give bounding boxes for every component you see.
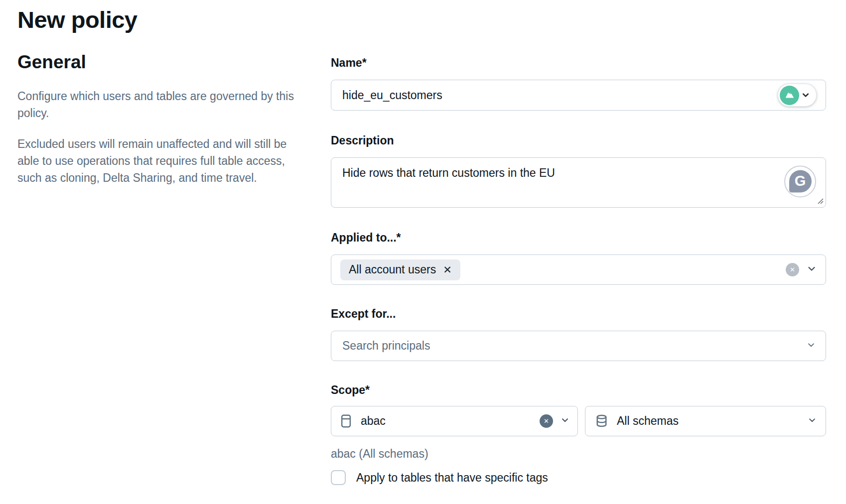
applied-to-field: Applied to...* All account users ✕ ✕ bbox=[331, 231, 826, 285]
chevron-down-icon[interactable] bbox=[808, 416, 817, 427]
chip-remove-icon[interactable]: ✕ bbox=[443, 264, 452, 275]
tags-checkbox[interactable] bbox=[331, 470, 346, 485]
section-paragraph-2: Excluded users will remain unaffected an… bbox=[17, 135, 310, 186]
description-input-wrap: Hide rows that return customers in the E… bbox=[331, 157, 826, 208]
schema-select[interactable]: All schemas bbox=[585, 406, 826, 436]
name-label: Name* bbox=[331, 56, 826, 70]
scope-summary: abac (All schemas) bbox=[331, 447, 826, 461]
schema-value: All schemas bbox=[617, 414, 800, 428]
password-manager-autofill-button[interactable] bbox=[778, 84, 817, 107]
applied-to-label: Applied to...* bbox=[331, 231, 826, 245]
policy-form: Name* Descr bbox=[331, 56, 826, 485]
catalog-icon bbox=[339, 414, 353, 428]
except-for-field: Except for... bbox=[331, 307, 826, 361]
catalog-value: abac bbox=[361, 414, 540, 428]
resize-handle[interactable] bbox=[816, 197, 824, 204]
scope-field: Scope* abac ✕ bbox=[331, 383, 826, 485]
applied-to-chip: All account users ✕ bbox=[340, 259, 460, 280]
description-field: Description Hide rows that return custom… bbox=[331, 133, 826, 208]
tags-checkbox-label[interactable]: Apply to tables that have specific tags bbox=[356, 471, 548, 485]
description-label: Description bbox=[331, 133, 826, 147]
scope-row: abac ✕ bbox=[331, 406, 826, 436]
name-field: Name* bbox=[331, 56, 826, 111]
grammarly-icon: G bbox=[789, 170, 812, 192]
section-heading: General bbox=[17, 52, 310, 73]
description-textarea[interactable]: Hide rows that return customers in the E… bbox=[331, 157, 826, 208]
catalog-select[interactable]: abac ✕ bbox=[331, 406, 578, 436]
section-paragraph-1: Configure which users and tables are gov… bbox=[17, 88, 310, 122]
chevron-down-icon bbox=[802, 91, 810, 99]
except-for-input-wrap bbox=[331, 331, 826, 361]
grammarly-button[interactable]: G bbox=[784, 165, 816, 197]
name-input-wrap bbox=[331, 80, 826, 111]
general-section-intro: General Configure which users and tables… bbox=[17, 52, 310, 200]
database-icon bbox=[594, 414, 609, 428]
clear-selection-icon[interactable]: ✕ bbox=[786, 263, 799, 276]
applied-to-chip-label: All account users bbox=[349, 263, 436, 276]
search-principals-input[interactable] bbox=[331, 331, 826, 361]
chevron-down-icon[interactable] bbox=[807, 264, 817, 276]
page-title: New policy bbox=[17, 6, 138, 33]
except-for-label: Except for... bbox=[331, 307, 826, 321]
scope-label: Scope* bbox=[331, 383, 826, 397]
clear-catalog-icon[interactable]: ✕ bbox=[540, 414, 553, 428]
applied-to-select[interactable]: All account users ✕ ✕ bbox=[331, 254, 826, 285]
tags-checkbox-row: Apply to tables that have specific tags bbox=[331, 470, 826, 485]
name-input[interactable] bbox=[331, 80, 826, 111]
new-policy-page: New policy General Configure which users… bbox=[0, 0, 846, 504]
chevron-down-icon[interactable] bbox=[561, 416, 569, 427]
chevron-down-icon[interactable] bbox=[807, 341, 816, 352]
nordpass-icon bbox=[780, 86, 799, 105]
